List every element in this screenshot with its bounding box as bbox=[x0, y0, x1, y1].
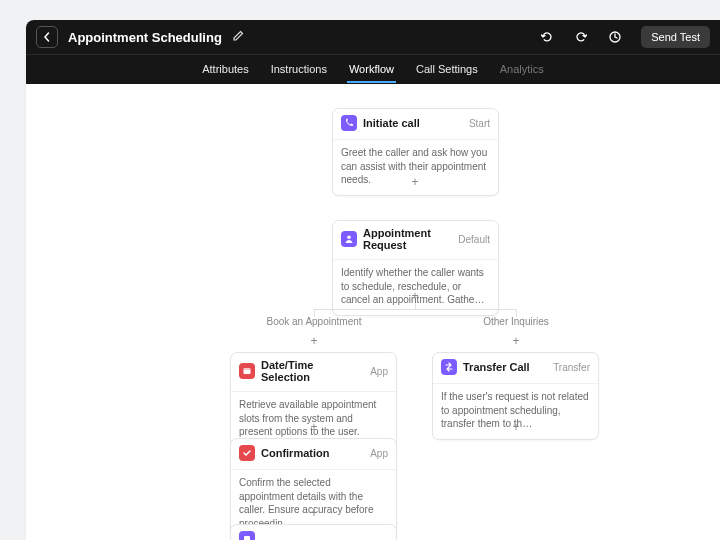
back-button[interactable] bbox=[36, 26, 58, 48]
edit-title-button[interactable] bbox=[232, 28, 244, 46]
node-title: Appointment Request bbox=[363, 227, 452, 251]
svg-rect-4 bbox=[244, 536, 250, 540]
page-title: Appointment Scheduling bbox=[68, 30, 222, 45]
top-bar: Appointment Scheduling Send Test bbox=[26, 20, 720, 54]
svg-point-1 bbox=[347, 235, 351, 239]
send-test-button[interactable]: Send Test bbox=[641, 26, 710, 48]
redo-icon bbox=[574, 30, 588, 44]
calendar-icon bbox=[239, 363, 255, 379]
add-node-button[interactable]: + bbox=[307, 506, 321, 520]
pencil-icon bbox=[232, 30, 244, 42]
node-icon bbox=[239, 531, 255, 540]
check-icon bbox=[239, 445, 255, 461]
tab-attributes[interactable]: Attributes bbox=[200, 57, 250, 83]
workflow-canvas[interactable]: Initiate call Start Greet the caller and… bbox=[26, 84, 720, 540]
node-title: Initiate call bbox=[363, 117, 463, 129]
chevron-left-icon bbox=[42, 32, 52, 42]
branch-label-book: Book an Appointment bbox=[266, 316, 361, 327]
node-partial[interactable] bbox=[230, 524, 397, 540]
svg-rect-3 bbox=[244, 368, 251, 370]
transfer-icon bbox=[441, 359, 457, 375]
branch-label-other: Other Inquiries bbox=[483, 316, 549, 327]
node-tag: Default bbox=[458, 234, 490, 245]
tab-workflow[interactable]: Workflow bbox=[347, 57, 396, 83]
add-node-button[interactable]: + bbox=[307, 334, 321, 348]
connector bbox=[314, 309, 516, 310]
add-node-button[interactable]: + bbox=[408, 175, 422, 189]
add-node-button[interactable]: + bbox=[307, 420, 321, 434]
user-icon bbox=[341, 231, 357, 247]
node-title: Date/Time Selection bbox=[261, 359, 364, 383]
add-node-button[interactable]: + bbox=[509, 420, 523, 434]
add-node-button[interactable]: + bbox=[509, 334, 523, 348]
node-tag: Start bbox=[469, 118, 490, 129]
undo-button[interactable] bbox=[535, 25, 559, 49]
node-tag: Transfer bbox=[553, 362, 590, 373]
redo-button[interactable] bbox=[569, 25, 593, 49]
node-title: Confirmation bbox=[261, 447, 364, 459]
phone-icon bbox=[341, 115, 357, 131]
tabs-bar: Attributes Instructions Workflow Call Se… bbox=[26, 54, 720, 84]
history-button[interactable] bbox=[603, 25, 627, 49]
tab-instructions[interactable]: Instructions bbox=[269, 57, 329, 83]
node-tag: App bbox=[370, 448, 388, 459]
node-tag: App bbox=[370, 366, 388, 377]
undo-icon bbox=[540, 30, 554, 44]
node-title: Transfer Call bbox=[463, 361, 547, 373]
add-node-button[interactable]: + bbox=[408, 289, 422, 303]
history-icon bbox=[608, 30, 622, 44]
tab-call-settings[interactable]: Call Settings bbox=[414, 57, 480, 83]
tab-analytics[interactable]: Analytics bbox=[498, 57, 546, 83]
